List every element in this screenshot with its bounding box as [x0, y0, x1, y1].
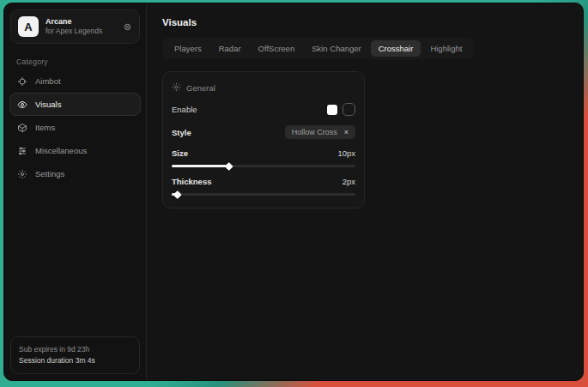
app-subtitle: for Apex Legends [45, 27, 116, 36]
sidebar-item-settings[interactable]: Settings [9, 162, 141, 185]
enable-row: Enable [172, 103, 355, 116]
enable-checkbox[interactable] [342, 103, 355, 116]
general-card: General Enable Style Hollow Cross × Size… [162, 71, 365, 209]
main-content: Visuals Players Radar OffScreen Skin Cha… [147, 3, 583, 380]
style-label: Style [172, 128, 191, 137]
color-swatch[interactable] [327, 105, 337, 115]
sidebar-nav: Aimbot Visuals Items [4, 70, 146, 185]
thickness-slider-thumb[interactable] [173, 190, 182, 199]
sidebar-item-visuals[interactable]: Visuals [9, 93, 141, 116]
gear-icon [172, 82, 181, 94]
sidebar-item-miscellaneous[interactable]: Miscellaneous [9, 139, 141, 162]
tab-radar[interactable]: Radar [211, 40, 249, 57]
tab-crosshair[interactable]: Crosshair [371, 40, 421, 57]
visuals-tabbar: Players Radar OffScreen Skin Changer Cro… [162, 38, 474, 59]
sidebar-item-items[interactable]: Items [9, 116, 141, 139]
tab-highlight[interactable]: Highlight [422, 40, 470, 57]
tab-skin-changer[interactable]: Skin Changer [304, 40, 369, 57]
size-slider[interactable] [172, 165, 355, 167]
style-selected-value: Hollow Cross [292, 128, 337, 136]
sidebar-item-label: Visuals [35, 100, 61, 109]
style-dropdown[interactable]: Hollow Cross × [285, 125, 355, 139]
category-label: Category [16, 57, 146, 66]
eye-icon [17, 100, 27, 110]
size-row: Size 10px [172, 148, 355, 158]
sidebar-item-label: Settings [35, 169, 64, 178]
sidebar-item-label: Miscellaneous [35, 146, 87, 155]
thickness-slider[interactable] [172, 193, 355, 196]
size-label: Size [172, 148, 188, 158]
app-name: Arcane [45, 17, 116, 27]
tab-players[interactable]: Players [167, 40, 209, 57]
box-icon [17, 123, 27, 133]
clear-icon[interactable]: × [344, 128, 349, 136]
size-value: 10px [337, 148, 355, 158]
sidebar: A Arcane for Apex Legends Category Aimbo… [4, 3, 147, 380]
sidebar-item-label: Items [35, 123, 55, 132]
sidebar-item-aimbot[interactable]: Aimbot [9, 70, 141, 93]
sliders-icon [17, 146, 27, 156]
target-icon[interactable] [123, 22, 132, 32]
app-header: A Arcane for Apex Legends [10, 9, 140, 44]
size-slider-thumb[interactable] [225, 162, 233, 171]
thickness-value: 2px [342, 177, 355, 186]
thickness-row: Thickness 2px [172, 177, 355, 186]
subscription-info: Sub expires in 9d 23h Session duration 3… [10, 336, 140, 374]
app-window: A Arcane for Apex Legends Category Aimbo… [3, 3, 584, 381]
gear-icon [17, 169, 27, 179]
sidebar-item-label: Aimbot [35, 76, 61, 86]
card-header-label: General [186, 83, 215, 93]
app-logo: A [18, 16, 39, 37]
session-duration-text: Session duration 3m 4s [19, 355, 131, 366]
thickness-label: Thickness [172, 177, 211, 186]
tab-offscreen[interactable]: OffScreen [251, 40, 303, 57]
card-header: General [172, 82, 355, 94]
page-title: Visuals [162, 17, 567, 27]
crosshair-icon [17, 76, 27, 87]
style-row: Style Hollow Cross × [172, 125, 355, 139]
enable-label: Enable [172, 105, 197, 114]
sub-expires-text: Sub expires in 9d 23h [19, 344, 131, 355]
